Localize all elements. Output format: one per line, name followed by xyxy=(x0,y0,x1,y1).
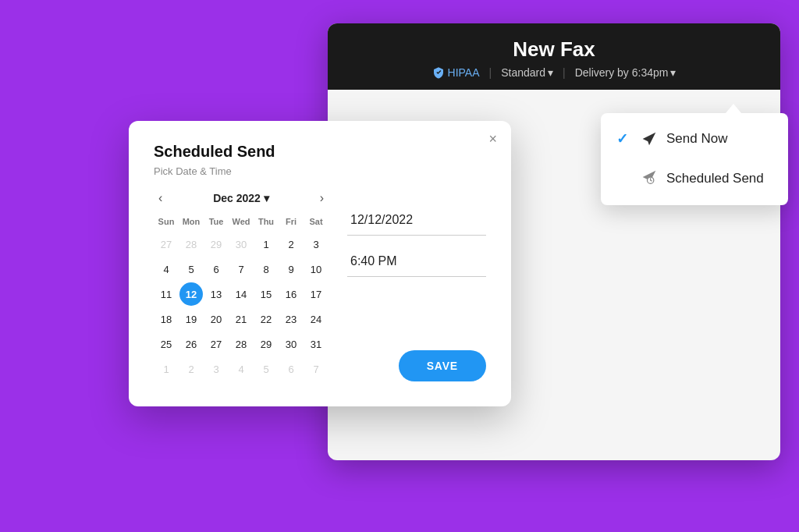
dropdown-caret xyxy=(726,104,741,113)
calendar-grid: Sun Mon Tue Wed Thu Fri Sat 27 28 29 30 … xyxy=(154,215,328,381)
cal-cell[interactable]: 20 xyxy=(204,307,228,331)
cal-cell[interactable]: 27 xyxy=(204,332,228,356)
save-button[interactable]: SAVE xyxy=(399,350,486,381)
modal-body: ‹ Dec 2022 ▾ › Sun Mon Tue Wed Thu Fri S… xyxy=(154,190,486,381)
calendar-row-2: 11 12 13 14 15 16 17 xyxy=(154,282,328,307)
scheduled-send-option[interactable]: Scheduled Send xyxy=(601,158,788,199)
calendar-row-0: 27 28 29 30 1 2 3 xyxy=(154,232,328,257)
prev-month-button[interactable]: ‹ xyxy=(154,190,167,207)
cal-cell[interactable]: 27 xyxy=(154,232,178,256)
modal-title: Scheduled Send xyxy=(154,143,486,161)
cal-cell[interactable]: 26 xyxy=(179,332,203,356)
cal-cell[interactable]: 14 xyxy=(229,282,253,306)
cal-cell[interactable]: 8 xyxy=(254,257,278,281)
shield-icon xyxy=(432,66,445,79)
calendar: ‹ Dec 2022 ▾ › Sun Mon Tue Wed Thu Fri S… xyxy=(154,190,328,381)
cal-cell[interactable]: 13 xyxy=(204,282,228,306)
day-wed: Wed xyxy=(229,215,254,229)
checkmark-icon: ✓ xyxy=(616,130,632,147)
send-options-dropdown: ✓ Send Now Scheduled Send xyxy=(601,113,788,205)
day-thu: Thu xyxy=(254,215,279,229)
cal-cell[interactable]: 31 xyxy=(304,332,328,356)
time-input[interactable] xyxy=(347,246,486,277)
cal-cell[interactable]: 5 xyxy=(254,357,278,381)
month-dropdown-icon: ▾ xyxy=(264,192,269,204)
fax-header: New Fax HIPAA | Standard ▾ | Delivery by… xyxy=(328,23,780,90)
cal-cell[interactable]: 28 xyxy=(229,332,253,356)
cal-cell[interactable]: 25 xyxy=(154,332,178,356)
standard-dropdown[interactable]: Standard ▾ xyxy=(501,66,553,79)
month-year-selector[interactable]: Dec 2022 ▾ xyxy=(213,192,269,204)
chevron-down-icon-2: ▾ xyxy=(670,66,676,79)
delivery-dropdown[interactable]: Delivery by 6:34pm ▾ xyxy=(575,66,676,79)
cal-cell[interactable]: 6 xyxy=(204,257,228,281)
cal-cell[interactable]: 1 xyxy=(254,232,278,256)
fax-title: New Fax xyxy=(346,37,762,62)
cal-cell[interactable]: 24 xyxy=(304,307,328,331)
calendar-row-5: 1 2 3 4 5 6 7 xyxy=(154,356,328,381)
cal-cell[interactable]: 10 xyxy=(304,257,328,281)
cal-cell[interactable]: 7 xyxy=(229,257,253,281)
date-input[interactable] xyxy=(347,205,486,236)
fax-subtitle: HIPAA | Standard ▾ | Delivery by 6:34pm … xyxy=(346,66,762,79)
send-now-icon xyxy=(641,131,657,147)
scheduled-send-modal: × Scheduled Send Pick Date & Time ‹ Dec … xyxy=(129,121,511,406)
day-mon: Mon xyxy=(179,215,204,229)
modal-inputs: SAVE xyxy=(347,190,486,381)
cal-cell[interactable]: 4 xyxy=(229,357,253,381)
month-year-label: Dec 2022 xyxy=(213,192,261,204)
next-month-button[interactable]: › xyxy=(315,190,328,207)
cal-cell[interactable]: 1 xyxy=(154,357,178,381)
cal-cell[interactable]: 30 xyxy=(279,332,303,356)
calendar-row-3: 18 19 20 21 22 23 24 xyxy=(154,307,328,332)
calendar-nav: ‹ Dec 2022 ▾ › xyxy=(154,190,328,207)
cal-cell[interactable]: 29 xyxy=(254,332,278,356)
divider1: | xyxy=(489,66,492,79)
cal-cell[interactable]: 6 xyxy=(279,357,303,381)
modal-subtitle: Pick Date & Time xyxy=(154,165,486,177)
close-button[interactable]: × xyxy=(488,132,497,146)
cal-cell[interactable]: 15 xyxy=(254,282,278,306)
cal-cell[interactable]: 7 xyxy=(304,357,328,381)
send-now-option[interactable]: ✓ Send Now xyxy=(601,119,788,158)
cal-cell[interactable]: 16 xyxy=(279,282,303,306)
cal-cell[interactable]: 4 xyxy=(154,257,178,281)
cal-cell[interactable]: 19 xyxy=(179,307,203,331)
day-fri: Fri xyxy=(279,215,304,229)
calendar-row-1: 4 5 6 7 8 9 10 xyxy=(154,257,328,282)
cal-cell[interactable]: 17 xyxy=(304,282,328,306)
cal-cell-selected[interactable]: 12 xyxy=(179,282,203,306)
cal-cell[interactable]: 22 xyxy=(254,307,278,331)
hipaa-label: HIPAA xyxy=(448,66,480,79)
cal-cell[interactable]: 30 xyxy=(229,232,253,256)
scheduled-send-label: Scheduled Send xyxy=(666,171,764,186)
cal-cell[interactable]: 3 xyxy=(204,357,228,381)
calendar-header: Sun Mon Tue Wed Thu Fri Sat xyxy=(154,215,328,229)
cal-cell[interactable]: 21 xyxy=(229,307,253,331)
cal-cell[interactable]: 29 xyxy=(204,232,228,256)
day-tue: Tue xyxy=(204,215,229,229)
cal-cell[interactable]: 3 xyxy=(304,232,328,256)
send-now-label: Send Now xyxy=(666,131,727,147)
cal-cell[interactable]: 23 xyxy=(279,307,303,331)
cal-cell[interactable]: 18 xyxy=(154,307,178,331)
cal-cell[interactable]: 2 xyxy=(279,232,303,256)
chevron-down-icon: ▾ xyxy=(548,66,553,79)
hipaa-badge: HIPAA xyxy=(432,66,480,79)
day-sun: Sun xyxy=(154,215,179,229)
divider2: | xyxy=(563,66,566,79)
cal-cell[interactable]: 28 xyxy=(179,232,203,256)
cal-cell[interactable]: 11 xyxy=(154,282,178,306)
cal-cell[interactable]: 2 xyxy=(179,357,203,381)
cal-cell[interactable]: 9 xyxy=(279,257,303,281)
calendar-row-4: 25 26 27 28 29 30 31 xyxy=(154,332,328,356)
scheduled-send-icon xyxy=(641,169,657,188)
cal-cell[interactable]: 5 xyxy=(179,257,203,281)
day-sat: Sat xyxy=(304,215,328,229)
